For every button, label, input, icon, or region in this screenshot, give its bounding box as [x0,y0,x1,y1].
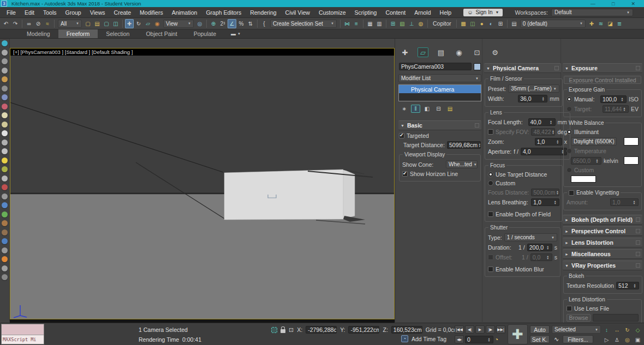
viewport[interactable]: [+] [PhysCamera003 ] [Standard ] [Defaul… [10,48,395,319]
walk-through-icon[interactable]: ♙ [612,335,622,344]
menu-edit[interactable]: Edit [20,9,39,16]
select-object-icon[interactable]: ▢ [84,19,92,28]
texture-resolution-field[interactable]: 512 [616,282,639,289]
rollout-bokeh-collapsed[interactable]: ► Bokeh (Depth of Field) [563,215,642,225]
render-iterative-icon[interactable]: ◐ [487,19,496,28]
left-toolbar-icon-5[interactable] [2,76,8,82]
current-frame-field[interactable]: 0 [465,336,493,343]
left-toolbar-icon-11[interactable] [2,130,8,136]
left-toolbar-icon-14[interactable] [2,158,8,164]
menu-customize[interactable]: Customize [314,9,350,16]
illuminant-dropdown[interactable]: Daylight (6500K) ▼ [571,137,617,146]
make-unique-icon[interactable]: ◧ [422,105,432,113]
rollout-basic[interactable]: ▼ Basic [398,120,481,130]
maxscript-listener-text[interactable]: MAXScript Mi [2,335,44,344]
zoom-spinner[interactable] [556,140,560,144]
tab-display-icon[interactable]: ⊡ [472,47,482,57]
ribbon-tab-object-paint[interactable]: Object Paint [138,29,185,38]
rendered-frame-window-icon[interactable]: ◫ [468,19,477,28]
left-toolbar-icon-21[interactable] [2,220,8,226]
exposure-control-installed-button[interactable]: Exposure Control Installed [564,76,641,84]
state-sets-icon[interactable]: ⊞ [496,19,505,28]
go-to-end-icon[interactable]: ▶▶| [496,325,505,334]
menu-civil-view[interactable]: Civil View [281,9,314,16]
select-and-place-icon[interactable]: ◉ [153,19,162,28]
y-coordinate-field[interactable]: -951,222cm [348,326,379,334]
maximize-viewport-toggle-icon[interactable]: ▣ [633,335,642,344]
custom-focus-radio[interactable] [488,180,493,186]
z-spinner[interactable] [422,328,422,332]
tab-modify-icon[interactable]: ▱ [418,47,428,57]
select-nav-icon[interactable]: ▷ [602,335,611,344]
duration-field[interactable]: 200,0 [527,244,552,251]
menu-scripting[interactable]: Scripting [350,9,381,16]
ribbon-tab-freeform[interactable]: Freeform [58,29,98,38]
menu-graph-editors[interactable]: Graph Editors [201,9,246,16]
object-name-field[interactable]: PhysCamera003 [399,63,472,70]
left-toolbar-icon-15[interactable] [2,166,8,172]
rollout-perspective-control[interactable]: ► Perspective Control [563,226,642,236]
orbit-icon[interactable]: ↻ [623,325,632,334]
left-toolbar-icon-24[interactable] [2,247,8,253]
reference-coordinate-dropdown[interactable]: View▼ [163,20,194,28]
stack-item-physical-camera[interactable]: Physical Camera [399,85,481,93]
absolute-mode-icon[interactable]: ⊡ [289,326,294,334]
render-production-icon[interactable]: ● [478,19,486,28]
manual-iso-field[interactable]: 100,0 [600,95,627,103]
left-toolbar-icon-19[interactable] [2,202,8,208]
zoom-icon[interactable]: ↕ [602,325,611,334]
set-current-layer-icon[interactable]: ≣ [615,19,624,28]
left-toolbar-icon-18[interactable] [2,193,8,199]
isolate-selection-icon[interactable] [271,327,277,333]
select-and-link-icon[interactable]: ∞ [25,19,33,28]
use-pivot-point-icon[interactable]: ◎ [195,19,204,28]
selection-lock-icon[interactable] [281,329,285,333]
layer-manager-icon[interactable]: ▤ [510,19,518,28]
left-toolbar-icon-3[interactable] [2,58,8,64]
curve-editor-icon[interactable]: ▧ [398,19,407,28]
use-target-distance-radio[interactable] [488,172,493,177]
z-coordinate-field[interactable]: 160,523cm [391,326,422,334]
viewport-label[interactable]: [+] [PhysCamera003 ] [Standard ] [Defaul… [10,49,394,56]
snaps-toggle-icon[interactable]: 2³ [218,19,227,28]
key-filter-dropdown[interactable]: Selected ▼ [552,325,601,334]
lens-breathing-spinner[interactable] [553,200,557,204]
use-lens-file-checkbox[interactable] [567,306,572,311]
left-toolbar-icon-27[interactable] [2,274,8,280]
shutter-type-dropdown[interactable]: 1 / seconds ▼ [504,233,557,241]
tab-utilities-icon[interactable]: ⚙ [490,47,500,57]
custom-wb-color-swatch[interactable] [571,175,596,183]
toggle-scene-explorer-icon[interactable]: ▦ [366,19,374,28]
left-toolbar-icon-26[interactable] [2,265,8,271]
left-toolbar-icon-22[interactable] [2,229,8,235]
focal-length-field[interactable]: 40,0 [528,118,556,126]
left-toolbar-icon-8[interactable] [2,104,8,110]
rollout-physical-camera[interactable]: ▼ Physical Camera [484,63,561,73]
object-color-swatch[interactable] [474,63,481,70]
next-frame-icon[interactable]: |▶ [486,325,495,334]
redo-icon[interactable]: ↷ [11,19,20,28]
show-cone-dropdown[interactable]: Whe...ted ▼ [446,160,478,168]
left-toolbar-icon-25[interactable] [2,256,8,262]
toggle-ribbon-icon[interactable]: ⊞ [389,19,397,28]
material-editor-icon[interactable]: ◍ [416,19,425,28]
select-and-rotate-icon[interactable]: ↻ [134,19,143,28]
select-and-scale-icon[interactable]: ▱ [144,19,152,28]
menu-content[interactable]: Content [381,9,410,16]
menu-rendering[interactable]: Rendering [246,9,281,16]
enable-motion-blur-checkbox[interactable] [488,267,493,272]
previous-frame-icon[interactable]: ◀| [465,325,474,334]
custom-wb-radio[interactable] [567,167,572,173]
pin-stack-icon[interactable]: ∗ [399,105,409,113]
frame-spinner[interactable] [487,337,491,342]
spinner-snap-icon[interactable]: ⇅ [246,19,255,28]
select-objects-in-layer-icon[interactable]: ◪ [606,19,615,28]
menu-help[interactable]: Help [436,9,456,16]
key-filters-button[interactable]: Filters... [563,335,593,343]
go-to-start-icon[interactable]: |◀◀ [455,325,464,334]
illuminant-color-swatch[interactable] [624,137,639,146]
menu-arnold[interactable]: Arnold [410,9,435,16]
minimize-button[interactable]: — [591,1,595,7]
maximize-button[interactable]: □ [612,1,615,7]
workspaces-dropdown[interactable]: Default ▼ [551,9,633,16]
